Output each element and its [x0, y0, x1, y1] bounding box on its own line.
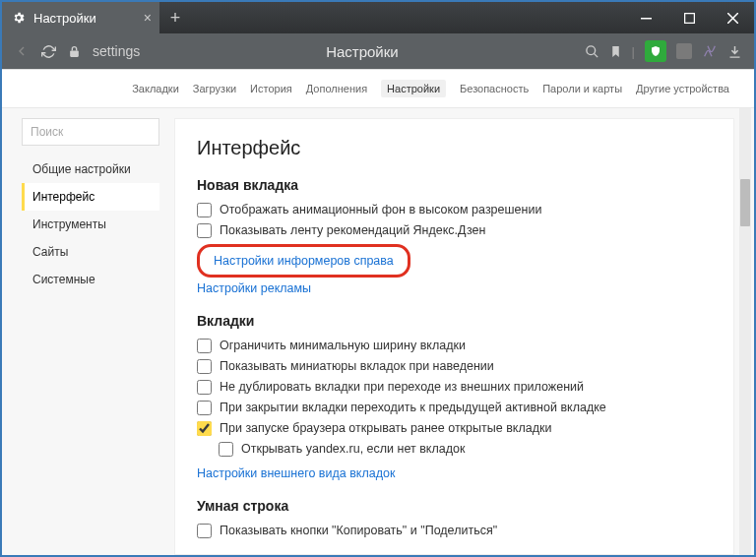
topnav-bookmarks[interactable]: Закладки	[132, 83, 179, 94]
titlebar: Настройки × +	[2, 2, 754, 33]
extension-icon-1[interactable]	[676, 43, 692, 59]
link-ads-settings[interactable]: Настройки рекламы	[197, 281, 311, 295]
main-heading: Интерфейс	[197, 137, 712, 159]
lock-icon	[68, 44, 81, 59]
chk-thumbnails[interactable]: Показывать миниатюры вкладок при наведен…	[197, 359, 712, 374]
chk-min-width[interactable]: Ограничить минимальную ширину вкладки	[197, 339, 712, 353]
bookmark-icon[interactable]	[609, 44, 622, 59]
window-controls	[624, 2, 754, 33]
highlight-callout: Настройки информеров справа	[197, 244, 410, 278]
chk-anim-bg[interactable]: Отображать анимационный фон в высоком ра…	[197, 203, 712, 217]
topnav-passwords[interactable]: Пароли и карты	[542, 83, 622, 94]
svg-rect-1	[684, 13, 694, 23]
topnav-history[interactable]: История	[250, 83, 292, 94]
close-icon[interactable]: ×	[144, 10, 152, 26]
link-informers[interactable]: Настройки информеров справа	[214, 254, 394, 268]
back-button[interactable]	[14, 43, 30, 59]
sidebar-search[interactable]: Поиск	[22, 118, 159, 146]
section-tabs-title: Вкладки	[197, 313, 712, 329]
url-text[interactable]: settings	[93, 43, 140, 59]
tab-title: Настройки	[33, 11, 96, 26]
topnav-security[interactable]: Безопасность	[460, 83, 529, 94]
svg-rect-4	[676, 43, 692, 59]
new-tab-button[interactable]: +	[159, 2, 191, 33]
content-area: Поиск Общие настройки Интерфейс Инструме…	[2, 108, 754, 555]
settings-topnav: Закладки Загрузки История Дополнения Нас…	[2, 69, 754, 108]
chk-copy-share[interactable]: Показывать кнопки "Копировать" и "Подели…	[197, 524, 712, 538]
sidebar: Поиск Общие настройки Интерфейс Инструме…	[22, 118, 159, 555]
sidebar-item-sites[interactable]: Сайты	[22, 238, 159, 266]
main-panel: Интерфейс Новая вкладка Отображать анима…	[174, 118, 734, 555]
topnav-devices[interactable]: Другие устройства	[636, 83, 729, 94]
topnav-settings[interactable]: Настройки	[381, 80, 446, 97]
svg-rect-2	[70, 50, 79, 57]
browser-tab[interactable]: Настройки ×	[2, 2, 159, 33]
extension-icon-2[interactable]	[702, 43, 718, 59]
download-icon[interactable]	[727, 44, 742, 59]
chk-prev-active[interactable]: При закрытии вкладки переходить к предыд…	[197, 401, 712, 415]
chk-restore-tabs[interactable]: При запуске браузера открывать ранее отк…	[197, 421, 712, 436]
scrollbar-thumb[interactable]	[740, 179, 750, 226]
search-icon[interactable]	[585, 44, 599, 59]
chk-zen-feed[interactable]: Показывать ленту рекомендаций Яндекс.Дзе…	[197, 223, 712, 238]
link-tab-appearance[interactable]: Настройки внешнего вида вкладок	[197, 466, 395, 480]
chk-open-yandex[interactable]: Открывать yandex.ru, если нет вкладок	[219, 442, 712, 457]
section-smartbar-title: Умная строка	[197, 498, 712, 514]
address-bar: settings Настройки |	[2, 33, 754, 69]
tab-strip: Настройки × +	[2, 2, 624, 33]
sidebar-item-system[interactable]: Системные	[22, 266, 159, 293]
scrollbar-track[interactable]	[739, 108, 751, 555]
chk-no-dup[interactable]: Не дублировать вкладки при переходе из в…	[197, 380, 712, 395]
sidebar-item-interface[interactable]: Интерфейс	[22, 183, 159, 211]
topnav-addons[interactable]: Дополнения	[306, 83, 367, 94]
close-window-button[interactable]	[711, 2, 754, 33]
svg-rect-0	[641, 18, 652, 20]
section-newtab-title: Новая вкладка	[197, 177, 712, 193]
page-title: Настройки	[152, 43, 572, 60]
shield-icon[interactable]	[645, 40, 666, 62]
sidebar-item-tools[interactable]: Инструменты	[22, 211, 159, 238]
svg-point-3	[586, 45, 595, 54]
reload-button[interactable]	[41, 44, 56, 59]
topnav-downloads[interactable]: Загрузки	[193, 83, 236, 94]
gear-icon	[12, 11, 26, 25]
maximize-button[interactable]	[667, 2, 711, 33]
minimize-button[interactable]	[624, 2, 667, 33]
sidebar-item-general[interactable]: Общие настройки	[22, 155, 159, 183]
